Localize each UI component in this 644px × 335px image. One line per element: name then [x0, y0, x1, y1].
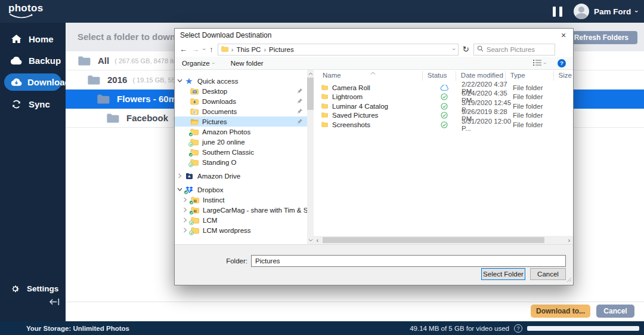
horizontal-scrollbar-thumb[interactable] — [323, 237, 544, 243]
file-type: File folder — [513, 112, 563, 119]
tree-item-lcm-wordpress[interactable]: LCM wordpress — [175, 225, 307, 235]
expander-open-icon[interactable] — [177, 188, 182, 192]
tree-item-june-20-online[interactable]: june 20 online — [175, 137, 307, 147]
tree-item-instinct[interactable]: Instinct — [175, 195, 307, 205]
tree-item-amazon-photos[interactable]: Amazon Photos — [175, 127, 307, 137]
file-type: File folder — [513, 84, 563, 91]
sidebar-item-settings[interactable]: Settings — [9, 284, 58, 293]
home-icon — [10, 35, 22, 43]
tree-item-downloads[interactable]: Downloads — [175, 96, 307, 106]
help-circle-icon[interactable]: ? — [514, 324, 522, 333]
up-arrow-icon[interactable]: ↑ — [209, 45, 213, 53]
folder-name-input[interactable] — [251, 255, 566, 267]
file-row-saved-pictures[interactable]: Saved Pictures9/26/2019 8:28 PMFile fold… — [314, 111, 573, 121]
sidebar-item-backup[interactable]: Backup — [0, 50, 66, 71]
app-footer: Download to... Cancel — [66, 302, 644, 321]
account-menu[interactable]: Pam Ford › — [574, 4, 638, 19]
synced-badge-icon — [189, 200, 194, 205]
storage-status-text: Your Storage: Unlimited Photos — [26, 325, 129, 332]
download-to-button[interactable]: Download to... — [531, 305, 590, 318]
organize-button[interactable]: Organize › — [182, 60, 214, 67]
tree-item-desktop[interactable]: Desktop — [175, 86, 307, 96]
tree-item-amazon-drive[interactable]: Amazon Drive — [175, 171, 307, 181]
file-type: File folder — [513, 121, 563, 128]
amazon-smile-icon — [10, 13, 33, 19]
dialog-footer: Folder: Select Folder Cancel — [175, 244, 573, 285]
file-row-luminar-4-catalog[interactable]: Luminar 4 Catalog3/19/2020 12:45 P...Fil… — [314, 102, 573, 111]
tree-item-label: LCM wordpress — [203, 227, 251, 234]
close-icon[interactable]: × — [554, 29, 573, 42]
tree-item-label: Documents — [202, 108, 237, 115]
breadcrumb-this-pc[interactable]: This PC — [237, 46, 261, 53]
shared-folder-icon — [191, 196, 200, 204]
column-header-type[interactable]: Type — [506, 71, 554, 81]
chevron-down-icon: › — [633, 10, 640, 13]
help-icon[interactable]: ? — [558, 59, 566, 67]
breadcrumb-pictures[interactable]: Pictures — [269, 46, 294, 53]
sidebar-item-label: Home — [29, 34, 54, 44]
pending-badge-icon — [189, 230, 194, 235]
collapse-sidebar-icon[interactable] — [49, 297, 60, 308]
pause-icon[interactable] — [553, 7, 562, 17]
dialog-cancel-button[interactable]: Cancel — [530, 268, 566, 280]
dropbox-icon — [185, 186, 194, 193]
tree-item-standing-o[interactable]: Standing O — [175, 157, 307, 167]
tree-item-pictures[interactable]: Pictures — [175, 116, 307, 127]
address-dropdown-icon[interactable]: › — [451, 48, 457, 50]
scroll-left-icon[interactable]: ‹ — [314, 237, 321, 244]
tree-item-quick-access[interactable]: Quick access — [175, 76, 307, 86]
file-row-screenshots[interactable]: Screenshots3/31/2020 12:00 P...File fold… — [314, 120, 573, 130]
horizontal-scrollbar[interactable]: ‹ › — [314, 236, 573, 244]
pending-badge-icon — [189, 220, 194, 225]
column-header-name[interactable]: Name — [314, 71, 423, 81]
file-row-camera-roll[interactable]: Camera Roll2/22/2020 4:37 PMFile folder — [314, 83, 573, 93]
refresh-icon[interactable]: ↻ — [463, 45, 469, 53]
expander-closed-icon[interactable] — [182, 207, 188, 213]
gear-icon — [9, 284, 21, 293]
breadcrumb[interactable]: › This PC › Pictures › — [218, 44, 459, 56]
column-headers: NameStatusDate modifiedTypeSize — [314, 71, 573, 81]
refresh-folders-button[interactable]: Refresh Folders — [565, 31, 637, 44]
sidebar-item-sync[interactable]: Sync — [0, 93, 66, 115]
expander-closed-icon[interactable] — [177, 173, 182, 179]
chevron-down-icon[interactable]: › — [542, 62, 548, 64]
back-arrow-icon[interactable]: ← — [179, 45, 187, 53]
file-row-lightroom[interactable]: Lightroom6/24/2020 4:35 PMFile folder — [314, 93, 573, 102]
expander-open-icon[interactable] — [177, 79, 182, 83]
folder-label: Folder: — [210, 257, 247, 265]
select-download-destination-dialog: Select Download Destination × ← → › ↑ › … — [174, 28, 574, 285]
pending-badge-icon — [188, 162, 193, 167]
tree-item-southern-classic[interactable]: Southern Classic — [175, 147, 307, 157]
search-input[interactable] — [487, 46, 552, 53]
footer-cancel-button[interactable]: Cancel — [596, 305, 634, 318]
recent-locations-icon[interactable]: › — [201, 48, 208, 50]
tree-item-music[interactable]: Music — [175, 235, 307, 236]
tree-item-label: LCM — [203, 217, 217, 224]
folder-name: All — [98, 56, 109, 66]
select-folder-button[interactable]: Select Folder — [481, 268, 525, 280]
resize-grip[interactable] — [566, 276, 572, 284]
tree-item-lcm[interactable]: LCM — [175, 215, 307, 225]
sidebar-item-download[interactable]: Download — [4, 73, 61, 91]
tree-item-largecarmag-share-with-tim-steve[interactable]: LargeCarMag - share with Tim & Steve — [175, 205, 307, 215]
top-bar: photos Pam Ford › — [0, 0, 644, 23]
expander-closed-icon[interactable] — [182, 217, 188, 223]
scroll-right-icon[interactable]: › — [565, 237, 573, 244]
downloads-folder-icon — [190, 97, 199, 105]
tree-item-dropbox[interactable]: Dropbox — [175, 185, 307, 195]
column-header-size[interactable]: Size — [554, 71, 573, 81]
new-folder-button[interactable]: New folder — [231, 60, 264, 67]
file-name: Saved Pictures — [332, 112, 378, 119]
column-header-status[interactable]: Status — [423, 71, 456, 81]
sidebar-item-home[interactable]: Home — [0, 28, 66, 50]
expander-closed-icon[interactable] — [182, 228, 188, 233]
tree-scrollbar-thumb[interactable] — [307, 78, 314, 110]
forward-arrow-icon[interactable]: → — [191, 45, 199, 53]
column-header-date-modified[interactable]: Date modified — [456, 71, 506, 81]
dialog-titlebar[interactable]: Select Download Destination × — [175, 29, 573, 42]
expander-closed-icon[interactable] — [182, 197, 188, 202]
tree-scrollbar[interactable] — [307, 70, 314, 244]
tree-item-documents[interactable]: Documents — [175, 106, 307, 116]
view-list-icon[interactable] — [533, 59, 541, 67]
search-box[interactable] — [473, 44, 555, 56]
